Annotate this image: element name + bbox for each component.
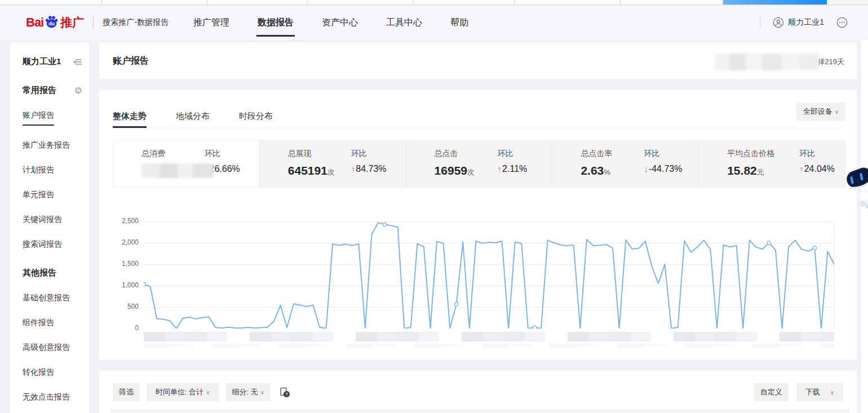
page-title: 账户报告 — [113, 55, 149, 67]
chevron-down-icon: ∨ — [206, 389, 210, 396]
browser-tab[interactable] — [0, 0, 102, 5]
sidebar-item-conversion-report[interactable]: 转化报告 — [23, 367, 82, 378]
device-filter-dropdown[interactable]: 全部设备∨ — [796, 103, 845, 121]
compare-label: 环比 — [351, 149, 387, 159]
collapse-sidebar-icon[interactable] — [73, 58, 82, 66]
chevron-down-icon: ∨ — [835, 109, 839, 115]
stat-card[interactable]: 平均点击价格 15.82元 环比 ↑24.04% — [698, 140, 845, 187]
tab-time-distribution[interactable]: 时段分布 — [239, 104, 273, 128]
compare-value: 84.73% — [356, 164, 386, 174]
x-axis-sublabels-redacted — [144, 344, 834, 348]
compare-label: 环比 — [205, 149, 240, 159]
baidu-paw-icon: du — [44, 14, 59, 29]
toolbar-right-group: 自定义 下载∨ — [746, 383, 843, 401]
report-help-icon[interactable]: ? — [280, 387, 290, 398]
nav-menu: 推广管理 数据报告 资产中心 工具中心 帮助 — [192, 14, 495, 32]
stat-card[interactable]: 总点击率 2.63% 环比 ↓-44.73% — [552, 140, 698, 187]
x-axis-labels-redacted — [144, 332, 834, 341]
stat-value: 2.63 — [581, 164, 604, 177]
filter-button[interactable]: 筛选 — [113, 383, 140, 401]
time-unit-dropdown[interactable]: 时间单位: 合计∨ — [147, 383, 219, 401]
browser-tab[interactable] — [515, 0, 621, 5]
sidebar-section-other-reports: 其他报告 — [23, 268, 82, 278]
sidebar-item-promo-business-report[interactable]: 推广业务报告 — [23, 140, 82, 150]
more-options-icon[interactable] — [836, 17, 848, 28]
active-browser-tab-indicator[interactable] — [723, 0, 827, 5]
sidebar-section-title: 其他报告 — [23, 268, 56, 278]
browser-tab[interactable] — [414, 0, 515, 5]
stat-card[interactable]: 总点击 16959次 环比 ↑2.11% — [406, 140, 552, 187]
sidebar-item-plan-report[interactable]: 计划报告 — [23, 165, 82, 175]
nav-item-data-report[interactable]: 数据报告 — [256, 14, 295, 32]
compare-value: 26.66% — [210, 164, 240, 174]
nav-item-asset-center[interactable]: 资产中心 — [321, 14, 359, 32]
browser-tab[interactable] — [207, 0, 308, 5]
sidebar-item-invalid-click-report[interactable]: 无效点击报告 — [23, 392, 82, 402]
report-panel-card: 整体走势 地域分布 时段分布 全部设备∨ 总消费 环比 ↑26.66% 总展现 — [99, 90, 857, 359]
svg-text:?: ? — [285, 392, 288, 397]
stat-label: 总展现 — [288, 149, 350, 159]
stat-value-redacted-blur — [141, 163, 214, 178]
tab-overall-trend[interactable]: 整体走势 — [113, 104, 147, 128]
browser-tab-strip-filler — [827, 0, 868, 5]
stat-card[interactable]: 总消费 环比 ↑26.66% — [113, 140, 259, 187]
compare-label: 环比 — [644, 149, 682, 159]
sidebar-item-unit-report[interactable]: 单元报告 — [23, 190, 82, 200]
sidebar-item-account-report[interactable]: 账户报告 — [23, 110, 82, 126]
sidebar-item-basic-creative-report[interactable]: 基础创意报告 — [23, 293, 82, 303]
compare-value: -44.73% — [649, 164, 683, 174]
download-dropdown[interactable]: 下载∨ — [796, 383, 843, 401]
trend-line-svg — [144, 221, 834, 328]
sidebar-item-search-term-report[interactable]: 搜索词报告 — [23, 239, 82, 250]
segment-dropdown[interactable]: 细分: 无∨ — [226, 383, 271, 401]
compare-arrow: ↑ — [351, 164, 356, 174]
top-nav: Bai du 推广 搜索推广-数据报告 推广管理 数据报告 资产中心 工具中心 … — [0, 5, 868, 40]
user-avatar-icon[interactable] — [773, 17, 784, 28]
stat-value: 16959 — [435, 164, 467, 177]
browser-tab[interactable] — [102, 0, 207, 5]
gear-icon[interactable]: ⚙ — [74, 85, 82, 96]
date-range-picker[interactable]: 选择219天 — [715, 54, 844, 70]
page: Bai du 推广 搜索推广-数据报告 推广管理 数据报告 资产中心 工具中心 … — [0, 0, 868, 413]
sidebar-item-component-report[interactable]: 组件报告 — [23, 318, 82, 328]
svg-text:du: du — [48, 21, 55, 26]
assistant-robot-mascot[interactable] — [845, 165, 868, 215]
page-header-card: 账户报告 选择219天 — [99, 42, 857, 79]
sidebar-account-row: 顺力工业1 — [23, 56, 82, 67]
sidebar-account-name: 顺力工业1 — [23, 56, 61, 67]
nav-item-promotion-manage[interactable]: 推广管理 — [192, 14, 231, 32]
trend-chart: 05001,0001,5002,0002,500 — [113, 215, 843, 349]
baidu-logo[interactable]: Bai du 推广 — [26, 15, 84, 30]
sidebar: 顺力工业1 常用报告 ⚙ 账户报告 推广业务报告 计划报告 单元报告 关键词报告… — [10, 42, 89, 413]
stat-label: 总消费 — [141, 149, 203, 159]
sidebar-item-keyword-report[interactable]: 关键词报告 — [23, 215, 82, 225]
nav-item-help[interactable]: 帮助 — [449, 14, 470, 32]
table-toolbar-card: 筛选 时间单位: 合计∨ 细分: 无∨ ? 自定义 下载∨ — [99, 371, 857, 413]
data-table-header-partial — [110, 409, 850, 413]
nav-subtitle: 搜索推广-数据报告 — [103, 17, 169, 28]
customize-columns-button[interactable]: 自定义 — [754, 383, 789, 401]
logo-text-tuiguang: 推广 — [60, 15, 84, 30]
nav-right-divider — [760, 17, 760, 28]
browser-tab[interactable] — [308, 0, 414, 5]
compare-arrow: ↑ — [799, 164, 804, 174]
user-name[interactable]: 顺力工业1 — [788, 17, 824, 28]
compare-value: 24.04% — [804, 164, 835, 174]
report-tabs: 整体走势 地域分布 时段分布 — [113, 104, 843, 128]
scrollbar-track[interactable] — [861, 40, 868, 413]
compare-label: 环比 — [498, 149, 528, 159]
compare-label: 环比 — [799, 149, 835, 159]
compare-arrow: ↑ — [498, 164, 502, 174]
stat-label: 总点击率 — [581, 149, 643, 159]
stat-value: 15.82 — [727, 164, 757, 177]
sidebar-item-advanced-creative-report[interactable]: 高级创意报告 — [23, 343, 82, 353]
nav-item-tool-center[interactable]: 工具中心 — [385, 14, 423, 32]
logo-text-bai: Bai — [26, 15, 43, 30]
sidebar-section-common-reports: 常用报告 ⚙ — [23, 85, 82, 96]
compare-arrow: ↓ — [644, 164, 648, 174]
stat-card[interactable]: 总展现 645191次 环比 ↑84.73% — [259, 140, 406, 187]
tab-region-distribution[interactable]: 地域分布 — [176, 104, 210, 128]
nav-right-group: 顺力工业1 — [760, 17, 848, 28]
stat-value: 645191 — [288, 164, 327, 177]
browser-tab[interactable] — [621, 0, 723, 5]
